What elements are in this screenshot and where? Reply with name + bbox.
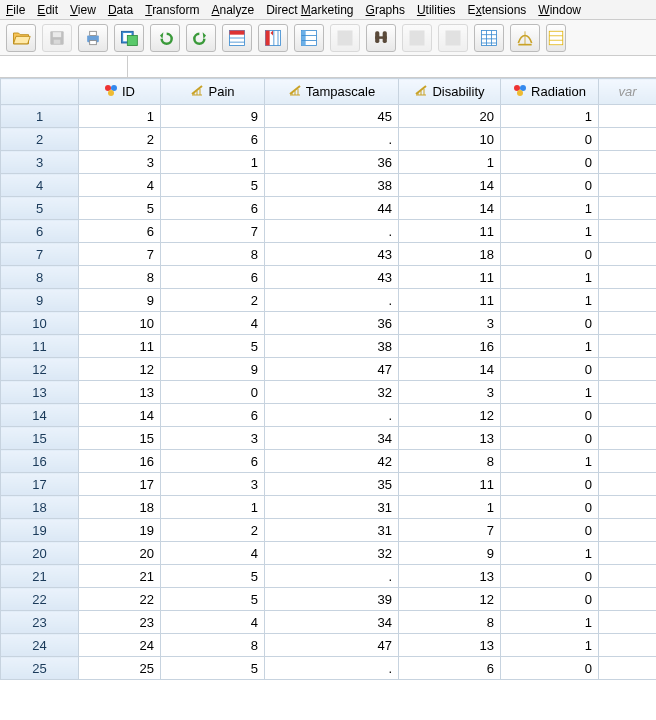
cell-empty[interactable] xyxy=(599,519,657,542)
cell-tampascale[interactable]: 36 xyxy=(265,151,399,174)
cell-id[interactable]: 14 xyxy=(79,404,161,427)
cell-pain[interactable]: 6 xyxy=(161,266,265,289)
row-header[interactable]: 13 xyxy=(1,381,79,404)
cell-empty[interactable] xyxy=(599,105,657,128)
cell-disability[interactable]: 8 xyxy=(399,450,501,473)
row-header[interactable]: 11 xyxy=(1,335,79,358)
variables-button[interactable] xyxy=(294,24,324,52)
row-header[interactable]: 3 xyxy=(1,151,79,174)
menu-graphs[interactable]: Graphs xyxy=(366,3,405,17)
cell-tampascale[interactable]: . xyxy=(265,565,399,588)
cell-id[interactable]: 6 xyxy=(79,220,161,243)
cell-pain[interactable]: 5 xyxy=(161,588,265,611)
cell-tampascale[interactable]: 47 xyxy=(265,634,399,657)
cell-tampascale[interactable]: 32 xyxy=(265,381,399,404)
column-header-disability[interactable]: Disability xyxy=(399,79,501,105)
cell-radiation[interactable]: 1 xyxy=(501,197,599,220)
cell-radiation[interactable]: 1 xyxy=(501,266,599,289)
cell-tampascale[interactable]: 39 xyxy=(265,588,399,611)
cell-disability[interactable]: 14 xyxy=(399,174,501,197)
row-header[interactable]: 7 xyxy=(1,243,79,266)
row-header[interactable]: 18 xyxy=(1,496,79,519)
cell-radiation[interactable]: 0 xyxy=(501,657,599,680)
cell-pain[interactable]: 6 xyxy=(161,128,265,151)
row-header[interactable]: 25 xyxy=(1,657,79,680)
cell-id[interactable]: 13 xyxy=(79,381,161,404)
cell-empty[interactable] xyxy=(599,542,657,565)
row-header[interactable]: 1 xyxy=(1,105,79,128)
cell-pain[interactable]: 1 xyxy=(161,151,265,174)
cell-empty[interactable] xyxy=(599,128,657,151)
cell-tampascale[interactable]: 42 xyxy=(265,450,399,473)
split-file-button[interactable] xyxy=(402,24,432,52)
cell-tampascale[interactable]: 32 xyxy=(265,542,399,565)
cell-id[interactable]: 7 xyxy=(79,243,161,266)
goto-case-button[interactable] xyxy=(222,24,252,52)
cell-id[interactable]: 1 xyxy=(79,105,161,128)
cell-empty[interactable] xyxy=(599,243,657,266)
cell-empty[interactable] xyxy=(599,197,657,220)
value-labels-button[interactable] xyxy=(510,24,540,52)
cell-pain[interactable]: 3 xyxy=(161,427,265,450)
goto-variable-button[interactable] xyxy=(258,24,288,52)
cell-tampascale[interactable]: 38 xyxy=(265,174,399,197)
cell-id[interactable]: 10 xyxy=(79,312,161,335)
row-header[interactable]: 4 xyxy=(1,174,79,197)
row-header[interactable]: 10 xyxy=(1,312,79,335)
cell-empty[interactable] xyxy=(599,611,657,634)
cell-id[interactable]: 2 xyxy=(79,128,161,151)
cell-pain[interactable]: 5 xyxy=(161,657,265,680)
cell-empty[interactable] xyxy=(599,450,657,473)
row-header[interactable]: 19 xyxy=(1,519,79,542)
cell-pain[interactable]: 3 xyxy=(161,473,265,496)
column-header-tampascale[interactable]: Tampascale xyxy=(265,79,399,105)
cell-tampascale[interactable]: . xyxy=(265,289,399,312)
cell-radiation[interactable]: 0 xyxy=(501,565,599,588)
cell-radiation[interactable]: 1 xyxy=(501,335,599,358)
cell-empty[interactable] xyxy=(599,565,657,588)
cell-pain[interactable]: 5 xyxy=(161,174,265,197)
cell-radiation[interactable]: 0 xyxy=(501,496,599,519)
cell-id[interactable]: 23 xyxy=(79,611,161,634)
cell-disability[interactable]: 11 xyxy=(399,220,501,243)
cell-tampascale[interactable]: . xyxy=(265,128,399,151)
cell-id[interactable]: 20 xyxy=(79,542,161,565)
cell-tampascale[interactable]: . xyxy=(265,657,399,680)
cell-empty[interactable] xyxy=(599,220,657,243)
cell-disability[interactable]: 9 xyxy=(399,542,501,565)
row-header[interactable]: 20 xyxy=(1,542,79,565)
cell-radiation[interactable]: 0 xyxy=(501,588,599,611)
row-header[interactable]: 24 xyxy=(1,634,79,657)
row-header[interactable]: 5 xyxy=(1,197,79,220)
row-header[interactable]: 21 xyxy=(1,565,79,588)
column-header-radiation[interactable]: Radiation xyxy=(501,79,599,105)
menu-edit[interactable]: Edit xyxy=(37,3,58,17)
cell-tampascale[interactable]: 34 xyxy=(265,611,399,634)
cell-tampascale[interactable]: 38 xyxy=(265,335,399,358)
save-file-button[interactable] xyxy=(42,24,72,52)
redo-button[interactable] xyxy=(186,24,216,52)
open-file-button[interactable] xyxy=(6,24,36,52)
cell-empty[interactable] xyxy=(599,289,657,312)
cell-disability[interactable]: 18 xyxy=(399,243,501,266)
cell-id[interactable]: 21 xyxy=(79,565,161,588)
cell-tampascale[interactable]: 34 xyxy=(265,427,399,450)
cell-id[interactable]: 9 xyxy=(79,289,161,312)
cell-disability[interactable]: 6 xyxy=(399,657,501,680)
cell-radiation[interactable]: 1 xyxy=(501,450,599,473)
cell-pain[interactable]: 5 xyxy=(161,335,265,358)
cell-tampascale[interactable]: . xyxy=(265,220,399,243)
cell-id[interactable]: 8 xyxy=(79,266,161,289)
cell-tampascale[interactable]: 44 xyxy=(265,197,399,220)
cell-empty[interactable] xyxy=(599,266,657,289)
undo-button[interactable] xyxy=(150,24,180,52)
cell-radiation[interactable]: 0 xyxy=(501,404,599,427)
recall-dialog-button[interactable] xyxy=(114,24,144,52)
cell-empty[interactable] xyxy=(599,381,657,404)
cell-radiation[interactable]: 0 xyxy=(501,243,599,266)
grid-corner[interactable] xyxy=(1,79,79,105)
menu-file[interactable]: File xyxy=(6,3,25,17)
menu-direct-marketing[interactable]: Direct Marketing xyxy=(266,3,353,17)
cell-disability[interactable]: 10 xyxy=(399,128,501,151)
cell-radiation[interactable]: 1 xyxy=(501,611,599,634)
